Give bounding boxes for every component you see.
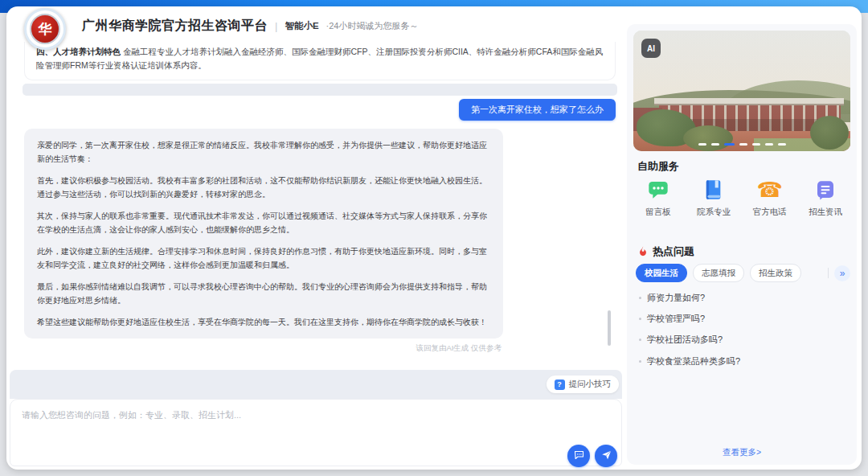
- tab-campus-life[interactable]: 校园生活: [636, 264, 687, 282]
- service-item-label: 留言板: [633, 207, 683, 218]
- paper-plane-icon: [600, 449, 612, 464]
- service-item-admission-news[interactable]: 招生资讯: [800, 177, 850, 218]
- service-item-departments[interactable]: 院系专业: [689, 177, 739, 218]
- answer-paragraph: 希望这些建议能帮助你更好地适应住校生活，享受在华商学院的每一天。我们在这里支持你…: [37, 315, 490, 329]
- service-item-official-phone[interactable]: ☎ 官方电话: [745, 177, 795, 218]
- ai-message-partial-text: 金融工程专业人才培养计划融入金融经济师、国际金融理财师CFP、注册国际投资分析师…: [36, 47, 603, 70]
- hot-topics-label: 热点问题: [653, 244, 694, 259]
- carousel-dot[interactable]: [711, 143, 719, 146]
- hot-topic-tabs: 校园生活 志愿填报 招生政策 »: [636, 264, 850, 282]
- message-board-icon: [633, 177, 683, 203]
- self-service-row: 留言板 院系专业 ☎ 官方电话 招生资讯: [630, 177, 854, 218]
- service-item-label: 官方电话: [745, 207, 795, 218]
- book-icon: [689, 177, 739, 203]
- carousel-dot[interactable]: [698, 143, 706, 146]
- input-top-band: [10, 370, 622, 399]
- user-message-bubble: 第一次离开家住校，想家了怎么办: [459, 99, 616, 121]
- service-item-label: 院系专业: [689, 207, 739, 218]
- carousel-dot[interactable]: [778, 143, 786, 146]
- campus-photo-carousel[interactable]: AI: [633, 31, 850, 151]
- flame-icon: [637, 245, 649, 259]
- send-button[interactable]: [595, 445, 617, 467]
- ai-message-bubble: 亲爱的同学，第一次离开家住校，想家是很正常的情绪反应。我校非常理解你的感受，并为…: [24, 129, 503, 339]
- carousel-dots: [633, 143, 850, 146]
- history-chat-button[interactable]: [567, 445, 590, 467]
- chevron-double-right-icon[interactable]: »: [834, 265, 850, 281]
- hot-topics-title: 热点问题: [637, 244, 694, 259]
- school-logo: 华: [24, 8, 66, 50]
- ai-badge: AI: [641, 39, 661, 58]
- ask-tips-label: 提问小技巧: [569, 379, 612, 390]
- sidebar-panel: AI 自助服务 留言板: [627, 24, 857, 465]
- school-emblem-icon: 华: [30, 14, 60, 44]
- hot-question-list: 师资力量如何? 学校管理严吗? 学校社团活动多吗? 学校食堂菜品种类多吗?: [639, 293, 849, 377]
- hot-question-item[interactable]: 学校社团活动多吗?: [639, 334, 849, 345]
- question-mark-icon: ?: [555, 380, 565, 390]
- tab-admission-policy[interactable]: 招生政策: [750, 264, 801, 282]
- chat-scrollbar-thumb[interactable]: [608, 310, 611, 346]
- page: 华 广州华商学院官方招生咨询平台 | 智能小E ·24小时竭诚为您服务～ 四、人…: [0, 0, 868, 476]
- answer-paragraph: 此外，建议你建立新的生活规律。合理安排学习和休息时间，保持良好的作息习惯，有助于…: [37, 244, 490, 272]
- message-dots-icon: [573, 449, 585, 464]
- hot-question-item[interactable]: 学校管理严吗?: [639, 314, 849, 324]
- service-item-label: 招生资讯: [800, 207, 850, 218]
- carousel-dot-active[interactable]: [724, 143, 735, 146]
- tab-application[interactable]: 志愿填报: [693, 264, 744, 282]
- photo-haze-overlay: [633, 31, 850, 151]
- carousel-dot[interactable]: [765, 143, 773, 146]
- answer-paragraph: 其次，保持与家人的联系也非常重要。现代通讯技术非常发达，你可以通过视频通话、社交…: [37, 209, 490, 236]
- answer-paragraph: 亲爱的同学，第一次离开家住校，想家是很正常的情绪反应。我校非常理解你的感受，并为…: [37, 138, 490, 166]
- answer-paragraph: 首先，建议你积极参与校园活动。我校有丰富多彩的社团和活动，这不仅能帮助你结识新朋…: [37, 174, 490, 201]
- hot-question-item[interactable]: 师资力量如何?: [639, 293, 849, 303]
- carousel-dot[interactable]: [752, 143, 760, 146]
- hot-question-item[interactable]: 学校食堂菜品种类多吗?: [639, 356, 849, 367]
- ask-tips-button[interactable]: ? 提问小技巧: [547, 375, 620, 393]
- header: 广州华商学院官方招生咨询平台 | 智能小E ·24小时竭诚为您服务～: [82, 6, 418, 45]
- bot-name: 智能小E: [285, 20, 318, 32]
- phone-icon: ☎: [745, 177, 795, 203]
- message-input-area: [10, 399, 622, 466]
- message-input[interactable]: [10, 400, 613, 430]
- tabs-divider: [828, 268, 829, 278]
- page-title: 广州华商学院官方招生咨询平台: [82, 18, 268, 35]
- carousel-dot[interactable]: [739, 143, 747, 146]
- main-card: 华 广州华商学院官方招生咨询平台 | 智能小E ·24小时竭诚为您服务～ 四、人…: [6, 6, 862, 470]
- ai-disclaimer: 该回复由AI生成 仅供参考: [24, 343, 503, 354]
- self-service-title: 自助服务: [637, 159, 679, 174]
- view-more-link[interactable]: 查看更多>: [627, 447, 857, 458]
- ai-answer-block: 亲爱的同学，第一次离开家住校，想家是很正常的情绪反应。我校非常理解你的感受，并为…: [24, 129, 503, 354]
- collapsed-message-band: [23, 84, 617, 96]
- ai-message-partial: 四、人才培养计划特色 金融工程专业人才培养计划融入金融经济师、国际金融理财师CF…: [24, 42, 616, 80]
- document-icon: [800, 177, 850, 203]
- header-tagline: ·24小时竭诚为您服务～: [326, 20, 419, 32]
- answer-paragraph: 最后，如果你感到情绪难以自我调节，可以寻求我校心理咨询中心的帮助。我们专业的心理…: [37, 280, 490, 307]
- service-item-message-board[interactable]: 留言板: [633, 177, 683, 218]
- header-separator: |: [275, 20, 277, 32]
